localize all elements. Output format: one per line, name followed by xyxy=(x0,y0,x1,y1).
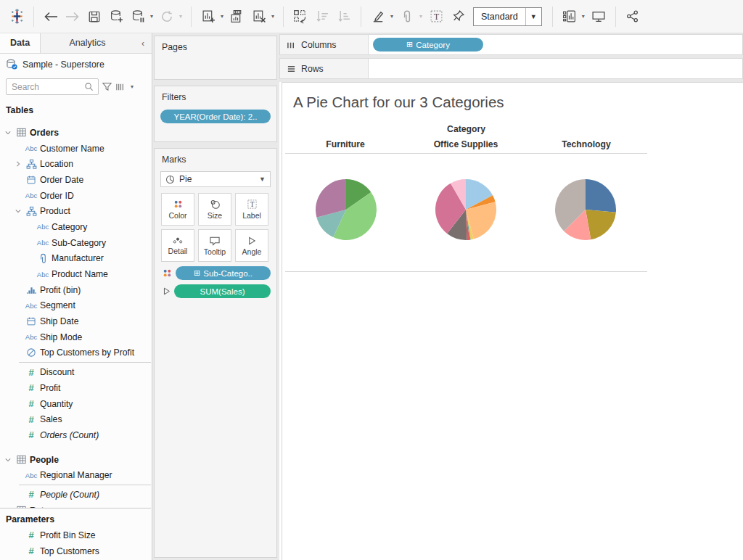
chevron-down-icon[interactable] xyxy=(15,209,21,213)
field-row-product-name[interactable]: AbcProduct Name xyxy=(0,266,151,282)
expand-box-icon[interactable]: ⊞ xyxy=(406,40,413,49)
angle-icon xyxy=(247,236,257,246)
new-worksheet-caret[interactable]: ▾ xyxy=(218,13,226,20)
size-button[interactable]: Size xyxy=(198,193,231,226)
pie-chart-technology[interactable] xyxy=(554,178,617,242)
view-mode-select[interactable]: Standard ▼ xyxy=(473,7,542,26)
clear-sheet-button[interactable] xyxy=(250,7,268,27)
field-row-order-date[interactable]: Order Date xyxy=(0,172,151,188)
tab-data[interactable]: Data xyxy=(0,33,41,53)
chevron-down-icon[interactable] xyxy=(13,209,22,213)
pause-updates-caret[interactable]: ▾ xyxy=(148,13,155,20)
field-label: Ship Date xyxy=(40,316,79,326)
pie-chart-office-supplies[interactable] xyxy=(434,178,498,242)
columns-shelf-area[interactable]: ⊞ Category xyxy=(369,34,743,55)
pages-card[interactable]: Pages xyxy=(154,36,277,80)
undo-button[interactable] xyxy=(41,7,60,27)
tab-analytics[interactable]: Analytics xyxy=(41,33,134,53)
chevron-down-icon[interactable] xyxy=(5,131,11,135)
presentation-mode-button[interactable] xyxy=(589,7,608,27)
search-box[interactable] xyxy=(6,78,99,95)
filter-pill-year-order-date[interactable]: YEAR(Order Date): 2.. xyxy=(160,110,271,123)
field-row-regional-manager[interactable]: AbcRegional Manager xyxy=(0,467,151,483)
field-row-top-customers[interactable]: #Top Customers xyxy=(0,543,151,559)
field-row-returns[interactable]: Returns xyxy=(0,503,151,508)
color-button[interactable]: Color xyxy=(161,193,194,226)
share-button[interactable] xyxy=(623,7,642,27)
field-row-sales[interactable]: #Sales xyxy=(0,411,151,427)
column-header-furniture[interactable]: Furniture xyxy=(285,139,406,149)
field-row-order-id[interactable]: AbcOrder ID xyxy=(0,188,151,204)
marks-pill-sub-category[interactable]: ⊞ Sub-Catego.. xyxy=(176,266,271,280)
field-row-product[interactable]: Product xyxy=(0,203,151,219)
field-row-people-count[interactable]: #People (Count) xyxy=(0,487,151,503)
duplicate-sheet-button[interactable] xyxy=(228,7,247,27)
clear-sheet-caret[interactable]: ▾ xyxy=(269,13,276,20)
view-options-icon[interactable] xyxy=(115,82,126,92)
pie-chart-furniture[interactable] xyxy=(314,178,378,242)
filter-fields-icon[interactable] xyxy=(102,81,112,92)
category-field-header[interactable]: Category xyxy=(285,124,647,134)
field-row-ship-date[interactable]: Ship Date xyxy=(0,313,151,329)
mark-type-dropdown[interactable]: Pie ▼ xyxy=(160,171,271,187)
field-row-orders-count[interactable]: #Orders (Count) xyxy=(0,427,151,443)
field-row-ship-mode[interactable]: AbcShip Mode xyxy=(0,329,151,345)
redo-button[interactable] xyxy=(63,7,82,27)
size-icon xyxy=(209,199,221,210)
show-mark-labels-button[interactable]: T xyxy=(427,7,446,27)
field-row-manufacturer[interactable]: Manufacturer xyxy=(0,251,151,267)
chevron-right-icon[interactable] xyxy=(13,161,22,167)
field-row-category[interactable]: AbcCategory xyxy=(0,219,151,235)
rows-shelf-area[interactable] xyxy=(369,58,743,79)
view-mode-caret[interactable]: ▼ xyxy=(525,8,541,25)
datasource-row[interactable]: Sample - Superstore xyxy=(0,54,152,75)
field-row-profit[interactable]: #Profit xyxy=(0,380,151,396)
abc-icon: Abc xyxy=(34,223,52,231)
add-datasource-button[interactable] xyxy=(107,7,126,27)
column-header-technology[interactable]: Technology xyxy=(526,139,646,149)
filters-card[interactable]: Filters YEAR(Order Date): 2.. xyxy=(154,86,277,142)
angle-button[interactable]: Angle xyxy=(235,229,268,262)
field-row-discount[interactable]: #Discount xyxy=(0,364,151,380)
pause-updates-button[interactable] xyxy=(128,7,147,27)
field-row-location[interactable]: Location xyxy=(0,156,151,172)
pie-slice-accessories[interactable] xyxy=(586,179,616,213)
highlight-caret[interactable]: ▾ xyxy=(388,13,395,20)
refresh-button[interactable] xyxy=(157,7,176,27)
columns-pill-category[interactable]: ⊞ Category xyxy=(373,38,483,52)
save-button[interactable] xyxy=(85,7,104,27)
tables-header: Tables xyxy=(0,99,152,118)
chevron-down-icon[interactable] xyxy=(3,131,12,135)
mark-type-caret[interactable]: ▼ xyxy=(259,176,266,183)
view-options-caret[interactable]: ▾ xyxy=(128,83,136,90)
fix-axes-button[interactable] xyxy=(448,7,467,27)
swap-rows-columns-button[interactable] xyxy=(291,7,310,27)
tooltip-button[interactable]: Tooltip xyxy=(198,229,231,262)
marks-card[interactable]: Marks Pie ▼ Color Size xyxy=(154,148,277,558)
field-row-profit-bin-size[interactable]: #Profit Bin Size xyxy=(0,527,151,543)
field-row-segment[interactable]: AbcSegment xyxy=(0,298,151,314)
search-input[interactable] xyxy=(12,82,84,92)
field-row-quantity[interactable]: #Quantity xyxy=(0,396,151,412)
field-row-sub-category[interactable]: AbcSub-Category xyxy=(0,235,151,251)
sheet-title[interactable]: A Pie Chart for our 3 Categories xyxy=(293,94,504,111)
column-header-office-supplies[interactable]: Office Supplies xyxy=(406,139,526,149)
marks-pill-sum-sales[interactable]: SUM(Sales) xyxy=(174,284,271,298)
field-row-top-customers-by-profit[interactable]: Top Customers by Profit xyxy=(0,345,151,361)
expand-box-icon[interactable]: ⊞ xyxy=(194,268,200,278)
detail-button[interactable]: Detail xyxy=(161,229,194,262)
field-row-orders[interactable]: Orders xyxy=(0,125,151,141)
chevron-right-icon[interactable] xyxy=(16,161,20,167)
label-button[interactable]: T Label xyxy=(235,193,268,226)
collapse-pane-button[interactable]: ‹ xyxy=(134,33,152,53)
highlight-button[interactable] xyxy=(369,7,387,27)
show-hide-cards-button[interactable] xyxy=(560,7,579,27)
field-row-customer-name[interactable]: AbcCustomer Name xyxy=(0,141,151,157)
chevron-down-icon[interactable] xyxy=(5,458,11,462)
show-hide-cards-caret[interactable]: ▾ xyxy=(580,13,587,20)
field-row-profit-bin[interactable]: Profit (bin) xyxy=(0,282,151,298)
new-worksheet-button[interactable] xyxy=(199,7,218,27)
field-row-people[interactable]: People xyxy=(0,452,151,468)
chevron-down-icon[interactable] xyxy=(3,458,12,462)
pie-slice-copiers[interactable] xyxy=(586,210,616,239)
